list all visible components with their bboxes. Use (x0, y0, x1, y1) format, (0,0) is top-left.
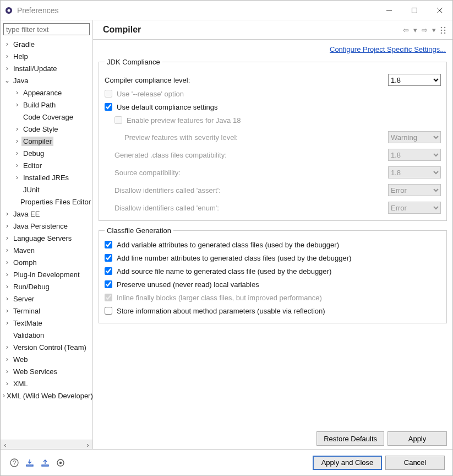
apply-button[interactable]: Apply (387, 431, 447, 446)
maximize-button[interactable] (402, 1, 427, 20)
chevron-right-icon[interactable]: › (13, 149, 21, 157)
preview-severity-select: Warning (388, 131, 441, 143)
minimize-button[interactable] (376, 1, 402, 20)
tree-item-label: Debug (21, 149, 46, 158)
close-button[interactable] (427, 1, 452, 20)
compliance-level-select[interactable]: 1.8 (388, 74, 441, 86)
back-menu-icon[interactable]: ▾ (412, 25, 418, 35)
tree-item-label: Web Services (12, 367, 59, 376)
forward-menu-icon[interactable]: ▾ (431, 25, 437, 35)
chevron-right-icon[interactable]: › (13, 101, 21, 109)
chevron-right-icon[interactable]: › (3, 295, 12, 302)
cancel-button[interactable]: Cancel (385, 456, 445, 470)
chevron-right-icon[interactable]: › (3, 355, 12, 363)
menu-icon[interactable] (439, 25, 447, 35)
restore-defaults-button[interactable]: Restore Defaults (316, 431, 384, 446)
tree-item[interactable]: ›Java Persistence (1, 220, 92, 232)
tree-item[interactable]: ›TextMate (1, 317, 92, 329)
svg-point-15 (59, 461, 62, 463)
scroll-right-icon[interactable]: › (83, 440, 92, 450)
tree-item[interactable]: ⌄Java (1, 74, 92, 86)
chevron-right-icon[interactable]: › (13, 174, 21, 181)
chevron-right-icon[interactable]: › (3, 319, 12, 327)
back-icon[interactable]: ⇦ (402, 25, 410, 35)
tree-item[interactable]: ›Terminal (1, 305, 92, 317)
tree-item[interactable]: ›Version Control (Team) (1, 341, 92, 353)
tree-item[interactable]: ›Build Path (1, 99, 92, 111)
chevron-right-icon[interactable]: › (3, 222, 12, 230)
tree-item[interactable]: ›Gradle (1, 38, 92, 50)
classfile-checkbox[interactable] (105, 241, 112, 248)
tree-item[interactable]: Validation (1, 329, 92, 341)
filter-input[interactable] (3, 23, 90, 35)
classfile-checkbox[interactable] (105, 254, 112, 262)
tree-item[interactable]: ›Installed JREs (1, 171, 92, 183)
chevron-right-icon[interactable]: › (3, 210, 12, 218)
tree-item[interactable]: ›Run/Debug (1, 280, 92, 293)
tree-item[interactable]: ›XML (Wild Web Developer) (1, 390, 92, 402)
tree-item[interactable]: ›Install/Update (1, 62, 92, 74)
tree-item[interactable]: Properties Files Editor (1, 196, 92, 208)
classfile-checkbox[interactable] (105, 307, 112, 315)
chevron-right-icon[interactable]: › (3, 246, 12, 254)
preference-tree[interactable]: ›Gradle›Help›Install/Update⌄Java›Appeara… (1, 37, 92, 440)
tree-item[interactable]: ›Compiler (1, 135, 92, 147)
use-default-label: Use default compliance settings (117, 103, 218, 111)
classfile-checkbox[interactable] (105, 267, 112, 275)
apply-and-close-button[interactable]: Apply and Close (313, 456, 382, 470)
tree-item[interactable]: ›Help (1, 50, 92, 62)
chevron-right-icon[interactable]: › (3, 52, 12, 60)
chevron-right-icon[interactable]: › (13, 137, 21, 145)
chevron-right-icon[interactable]: › (3, 271, 12, 278)
tree-item[interactable]: ›Code Style (1, 123, 92, 135)
window-title: Preferences (17, 6, 376, 15)
jdk-compliance-legend: JDK Compliance (105, 58, 162, 66)
chevron-right-icon[interactable]: › (13, 89, 21, 96)
forward-icon[interactable]: ⇨ (421, 25, 429, 35)
tree-item[interactable]: JUnit (1, 183, 92, 196)
tree-item-label: Compiler (21, 137, 53, 146)
classfile-group: Classfile Generation Add variable attrib… (99, 226, 447, 323)
export-icon[interactable] (39, 457, 51, 469)
tree-item[interactable]: ›Debug (1, 147, 92, 159)
chevron-right-icon[interactable]: › (3, 64, 12, 72)
tree-horizontal-scrollbar[interactable]: ‹ › (1, 440, 92, 449)
chevron-right-icon[interactable]: › (3, 307, 12, 315)
chevron-right-icon[interactable]: › (3, 40, 12, 48)
import-icon[interactable] (24, 457, 36, 469)
scroll-left-icon[interactable]: ‹ (1, 440, 10, 450)
tree-item-label: Validation (12, 331, 46, 340)
chevron-right-icon[interactable]: › (3, 367, 12, 375)
tree-item[interactable]: ›Editor (1, 159, 92, 171)
tree-item[interactable]: ›Language Servers (1, 232, 92, 244)
tree-item[interactable]: ›Web Services (1, 365, 92, 377)
tree-item[interactable]: Code Coverage (1, 111, 92, 123)
tree-item[interactable]: ›Plug-in Development (1, 268, 92, 280)
chevron-right-icon[interactable]: › (3, 380, 12, 387)
chevron-down-icon[interactable]: ⌄ (3, 77, 12, 84)
tree-item[interactable]: ›XML (1, 377, 92, 390)
dialog-footer: ? Apply and Close Cancel (1, 449, 452, 475)
svg-point-6 (441, 26, 443, 28)
configure-project-link[interactable]: Configure Project Specific Settings... (330, 45, 446, 53)
chevron-right-icon[interactable]: › (3, 343, 12, 351)
tree-item[interactable]: ›Maven (1, 244, 92, 256)
tree-item[interactable]: ›Server (1, 293, 92, 305)
classfile-checkbox[interactable] (105, 280, 112, 288)
tree-item[interactable]: ›Appearance (1, 86, 92, 99)
chevron-right-icon[interactable]: › (3, 283, 12, 290)
svg-point-11 (444, 32, 446, 33)
tree-item[interactable]: ›Web (1, 353, 92, 365)
use-default-checkbox[interactable] (105, 103, 112, 111)
help-icon[interactable]: ? (8, 457, 20, 469)
chevron-right-icon[interactable]: › (13, 161, 21, 169)
target-icon[interactable] (54, 457, 67, 469)
disallow-assert-label: Disallow identifiers called 'assert': (114, 186, 388, 194)
chevron-right-icon[interactable]: › (3, 234, 12, 242)
chevron-right-icon[interactable]: › (3, 258, 12, 266)
tree-item[interactable]: ›Oomph (1, 256, 92, 268)
chevron-right-icon[interactable]: › (13, 125, 21, 133)
tree-item-label: Code Coverage (21, 112, 75, 122)
classfile-checkbox-label: Inline finally blocks (larger class file… (117, 294, 322, 302)
tree-item[interactable]: ›Java EE (1, 208, 92, 220)
